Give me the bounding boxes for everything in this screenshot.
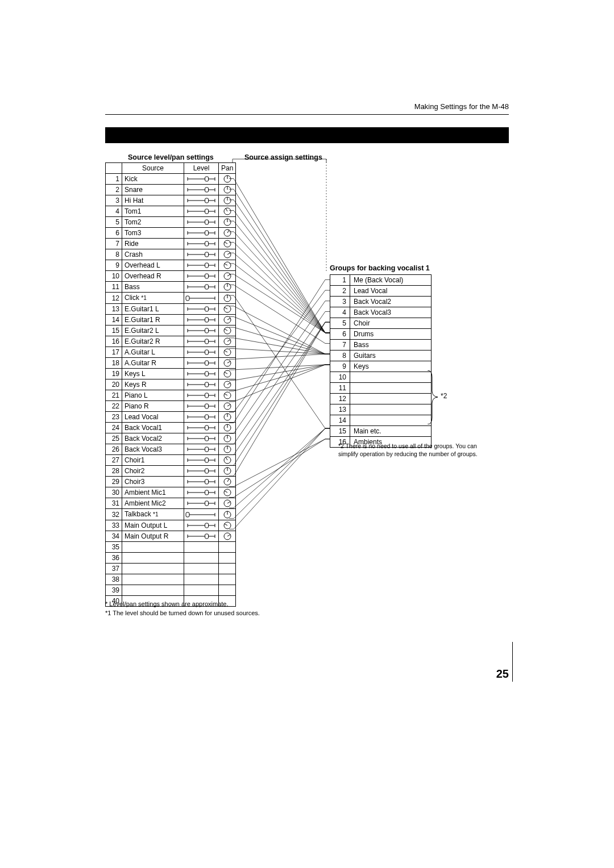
table-row: 20Keys R: [106, 379, 236, 390]
svg-line-275: [234, 279, 325, 423]
table-row: 7Bass: [330, 340, 432, 350]
svg-line-287: [234, 322, 325, 465]
source-note: *1 The level should be turned down for u…: [105, 608, 260, 617]
svg-line-302: [234, 428, 325, 519]
table-row: 10: [330, 372, 432, 383]
svg-line-260: [234, 365, 325, 370]
svg-line-215: [234, 210, 325, 332]
svg-rect-177: [205, 490, 209, 495]
table-row: 11Bass: [106, 282, 236, 293]
src-header-level: Level: [184, 163, 219, 174]
table-row: 35: [106, 542, 236, 553]
svg-line-242: [234, 306, 325, 354]
table-row: 8Crash: [106, 249, 236, 260]
svg-line-257: [234, 354, 325, 359]
svg-line-248: [234, 327, 325, 354]
table-row: 15E.Guitar2 L: [106, 326, 236, 336]
table-row: 9Overhead L: [106, 260, 236, 271]
table-row: 12Click *1: [106, 293, 236, 304]
table-row: 8Guitars: [330, 350, 432, 361]
svg-rect-99: [205, 350, 209, 354]
svg-line-77: [224, 307, 227, 309]
svg-rect-165: [205, 469, 209, 473]
table-row: 1Me (Back Vocal): [330, 275, 432, 286]
label-source-level-pan: Source level/pan settings: [128, 153, 214, 161]
svg-rect-201: [205, 534, 209, 539]
svg-line-131: [227, 404, 230, 406]
svg-line-95: [227, 340, 230, 341]
svg-rect-159: [205, 458, 209, 462]
svg-rect-93: [205, 339, 209, 344]
table-row: 9Keys: [330, 361, 432, 372]
table-row: 30Ambient Mic1: [106, 487, 236, 498]
table-row: 5Tom2: [106, 217, 236, 228]
svg-line-173: [227, 479, 229, 482]
section-black-bar: [105, 127, 509, 143]
svg-line-284: [234, 322, 325, 454]
star2-mark: *2: [441, 392, 447, 400]
table-row: 14: [330, 415, 432, 426]
table-row: 28Choir2: [106, 466, 236, 477]
svg-rect-189: [186, 512, 189, 517]
svg-line-227: [234, 253, 325, 333]
svg-line-239: [234, 295, 325, 428]
svg-line-278: [234, 301, 325, 433]
table-row: 14E.Guitar1 R: [106, 315, 236, 326]
svg-line-47: [227, 253, 230, 254]
svg-line-281: [234, 311, 325, 444]
svg-rect-171: [205, 479, 209, 484]
svg-rect-45: [205, 252, 209, 257]
table-row: 4Back Vocal3: [330, 307, 432, 318]
svg-rect-153: [205, 447, 209, 452]
table-row: 13E.Guitar1 L: [106, 304, 236, 315]
svg-line-290: [234, 322, 325, 476]
source-notes: * Level/pan settings shown are approxima…: [105, 599, 260, 617]
table-row: 18A.Guitar R: [106, 358, 236, 369]
svg-line-236: [234, 285, 325, 343]
svg-line-113: [224, 372, 227, 374]
table-row: 17A.Guitar L: [106, 347, 236, 358]
table-row: 1Kick: [106, 174, 236, 185]
svg-line-185: [227, 502, 230, 503]
table-row: 38: [106, 574, 236, 585]
src-header-pan: Pan: [219, 163, 236, 174]
svg-rect-147: [205, 436, 209, 441]
table-row: 34Main Output R: [106, 531, 236, 542]
svg-line-209: [234, 189, 325, 333]
table-row: 3Hi Hat: [106, 195, 236, 206]
svg-line-41: [224, 242, 227, 244]
svg-rect-141: [205, 425, 209, 430]
svg-line-107: [227, 361, 230, 363]
table-row: 6Tom3: [106, 228, 236, 239]
svg-rect-135: [205, 415, 209, 419]
svg-line-125: [224, 394, 227, 395]
table-row: 21Piano L: [106, 390, 236, 401]
svg-line-218: [234, 221, 325, 333]
svg-line-296: [234, 439, 325, 498]
group-note: *2 There is no need to use all of the gr…: [338, 442, 486, 458]
svg-line-119: [227, 383, 230, 385]
svg-line-101: [224, 350, 227, 352]
svg-rect-183: [205, 501, 209, 506]
svg-rect-117: [205, 382, 209, 387]
groups-table: 1Me (Back Vocal)2Lead Vocal3Back Vocal24…: [330, 274, 432, 448]
svg-line-230: [234, 264, 325, 333]
table-row: 16E.Guitar2 R: [106, 336, 236, 347]
svg-line-53: [224, 264, 227, 265]
groups-title: Groups for backing vocalist 1: [330, 264, 432, 272]
svg-rect-15: [205, 198, 209, 203]
table-row: 5Choir: [330, 318, 432, 329]
svg-line-212: [234, 200, 325, 333]
svg-rect-195: [205, 523, 209, 528]
table-row: 24Back Vocal1: [106, 423, 236, 433]
table-row: 23Lead Vocal: [106, 412, 236, 423]
svg-rect-21: [205, 209, 209, 214]
table-row: 26Back Vocal3: [106, 444, 236, 455]
svg-line-35: [227, 230, 229, 233]
svg-rect-63: [205, 285, 209, 289]
svg-line-254: [234, 349, 325, 354]
svg-rect-81: [205, 318, 209, 322]
svg-line-305: [234, 428, 325, 529]
svg-rect-75: [205, 307, 209, 311]
table-row: 32Talkback *1: [106, 509, 236, 520]
